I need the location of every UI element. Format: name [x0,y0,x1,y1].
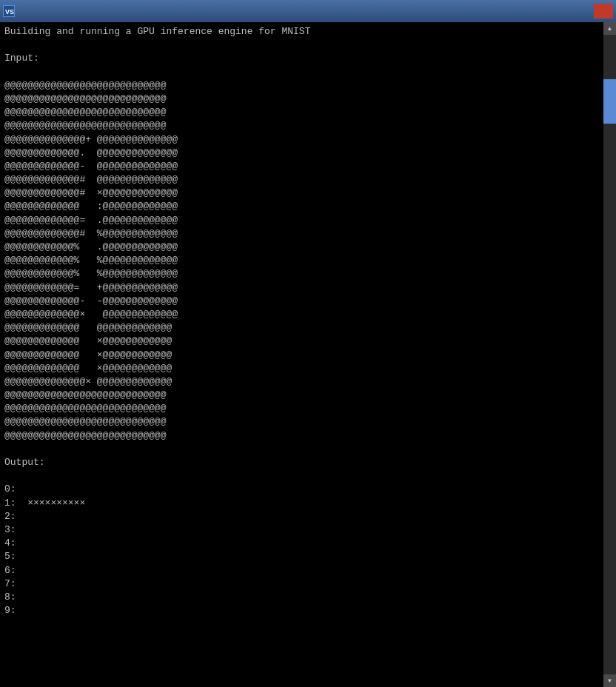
app-icon: VS [3,5,15,17]
scroll-thumb[interactable] [603,79,616,124]
scrollbar[interactable]: ▲ ▼ [603,22,616,687]
console-wrapper: Building and running a GPU inference eng… [0,22,616,687]
window-controls [552,4,613,19]
svg-text:VS: VS [5,8,14,16]
scroll-up-arrow[interactable]: ▲ [603,22,616,35]
title-bar: VS [0,0,616,22]
minimize-button[interactable] [552,4,572,19]
console-output: Building and running a GPU inference eng… [0,22,603,687]
scroll-down-arrow[interactable]: ▼ [603,674,616,687]
close-button[interactable] [594,4,613,19]
scroll-track[interactable] [603,35,616,674]
title-bar-left: VS [3,5,19,17]
restore-button[interactable] [573,4,592,19]
